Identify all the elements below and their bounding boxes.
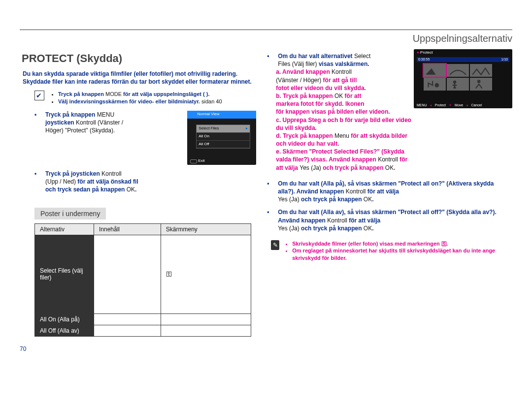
menu-row-select-files: Select Files [197,125,250,133]
mn2a: Välj indexvisningsskärmen för video- ell… [58,98,201,104]
thumb-4 [424,78,446,91]
svg-point-3 [477,80,481,83]
p1-lead-c-a: Files (Välj filer) [278,61,317,67]
page-title: PROTECT (Skydda) [22,52,256,65]
key-icon: ⚿ [166,271,172,278]
s2l3c: . [135,186,136,193]
p2dot: . [372,196,373,203]
menu-exit: Exit [198,158,204,164]
step-1: • Tryck på knappen MENU joysticken Kontr… [34,111,256,165]
s2l2a: (Upp / Ned) [45,178,76,185]
mn1b: MODE [105,91,122,97]
fnA: Skrivskyddade filmer (eller foton) visas… [292,240,512,247]
submenu-table: Alternativ Innehåll Skärmmeny Select Fil… [34,223,251,337]
p1a3: fotot eller videon du vill skydda. [276,84,414,92]
running-head: Uppspelningsalternativ [20,33,512,44]
s1l2b: Kontroll [74,119,96,126]
svg-point-1 [435,83,439,88]
p1-lead-c-b: visas valskärmen. [317,61,369,67]
mn2b: sidan 40 [201,98,222,104]
th-alt: Alternativ [35,223,94,235]
p1e1k: Kontroll [376,156,398,163]
p3t3: och tryck på knappen [299,225,364,232]
s1l1a: Tryck på knappen [45,111,97,118]
thumb-foot-cancel: Cancel [471,103,482,107]
playback-mode-check-icon [34,91,44,100]
note-pencil-icon: ✎ [271,240,279,250]
footnote-block: ✎ Skrivskyddade filmer (eller foton) vis… [271,240,512,261]
cell-all-off: All Off (Alla av) [35,325,94,336]
p1a2b: för att gå till [321,77,357,84]
thumb-5 [447,78,469,91]
thumb-foot-move: Move [455,103,463,107]
p1e1ok: OK [385,164,394,171]
p1e1o: och tryck på knappen [321,164,385,171]
p1e1dot: . [394,164,395,171]
selection-screen: ● Protect 0:30:551/10 MENU ●Protect ✦Mov… [414,49,512,108]
s1l3: Höger) "Protect" (Skydda). [45,126,183,134]
p1d1: d. Tryck på knappen [276,132,334,139]
p3t2: för att välja [347,217,380,224]
p1b2: markera fotot för skydd. Ikonen [276,100,414,108]
svg-marker-0 [426,68,436,75]
menu-title: Normal View [197,112,219,117]
p2y: Yes (Ja) [278,196,299,203]
thumb-time: 0:30:55 [418,57,430,62]
p1a2: (Vänster / Höger) [276,77,321,84]
menu-screenshot: Normal View Select Files All On All Off … [187,111,256,165]
thumb-6 [470,78,492,91]
menu-row-all-off: All Off [197,141,250,149]
p2t3: och tryck på knappen [299,196,364,203]
thumb-title: Protect [420,50,432,55]
p3ok: OK [364,225,372,232]
page-number: 70 [20,345,256,352]
p1-lead-b: Select [354,53,370,60]
p1a1: a. Använd knappen [276,68,330,75]
svg-point-2 [453,80,457,84]
cell-select-files-mid [94,235,161,313]
p1c: c. Upprepa Steg a och b för varje bild e… [276,116,414,132]
s2l1a: Tryck på joysticken [45,170,101,177]
step-2: • Tryck på joysticken Kontroll (Upp / Ne… [34,170,256,194]
p3t1: Om du har valt (Alla av), så visas skärm… [278,209,497,223]
intro-paragraph: Du kan skydda sparade viktiga filmfiler … [23,70,256,86]
thumb-foot-menu: MENU [417,103,427,107]
th-inn: Innehåll [94,223,161,235]
p1a1k: Kontroll [330,68,352,75]
s2l1b: Kontroll [101,170,122,177]
s2l2b: för att välja önskad fil [76,178,138,185]
p3k: Kontroll [326,217,347,224]
p2k: Kontroll [344,188,366,195]
th-skarm: Skärmmeny [161,223,251,235]
cell-all-on: All On (Alla på) [35,313,94,325]
p1b1: b. Tryck på knappen [276,93,334,99]
p1b1t: för att [343,93,361,99]
thumb-count: 1/10 [501,57,508,62]
fnB: Om reglaget på minneskortet har skjutits… [292,247,512,261]
mn1a: Tryck på knappen [58,91,105,97]
mn1c: för att välja uppspelningsläget ( ). [122,91,209,97]
p2ok: OK [364,196,372,203]
s1l2a: joysticken [45,119,74,126]
submenu-heading: Poster i undermeny [34,208,106,219]
s2l3a: och tryck sedan på knappen [45,186,127,193]
thumb-2 [447,64,469,77]
p3y: Yes (Ja) [278,225,299,232]
p1b3: för knappen visas på bilden eller videon… [276,108,414,116]
cell-select-files: Select Files (välj filer) [35,235,94,313]
s1l2c: (Vänster / [96,119,123,126]
thumb-1 [424,64,446,77]
cell-select-files-icon: ⚿ [161,235,251,313]
p1d1k: Menu [334,132,349,139]
menu-row-all-on: All On [197,133,250,141]
p1e1y: Yes (Ja) [299,164,321,171]
thumb-foot-protect: Protect [435,103,446,107]
mode-note: Tryck på knappen MODE för att välja upps… [34,91,256,105]
s1l1b: MENU [97,111,114,118]
p3dot: . [372,225,373,232]
p1b1k: OK [334,93,343,99]
s2l3b: OK [127,186,135,193]
p1-lead-a: Om du har valt alternativet [278,53,354,60]
thumb-3 [470,64,492,77]
p2t2: för att välja [366,188,399,195]
